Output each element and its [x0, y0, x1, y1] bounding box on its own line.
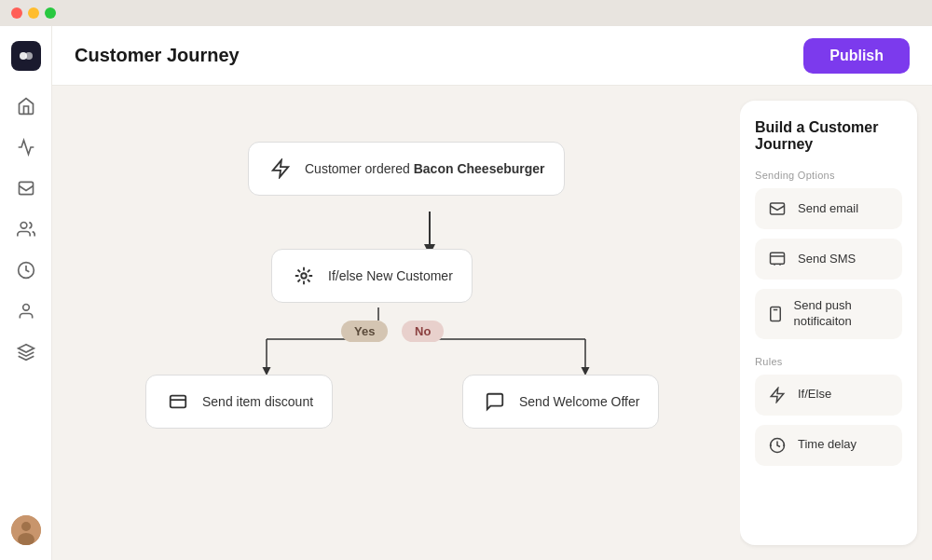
sidebar-item-home[interactable] — [9, 89, 43, 123]
sidebar-item-revenue[interactable] — [9, 253, 43, 287]
welcome-text: Send Welcome Offer — [519, 394, 639, 409]
if-else-label: If/Else — [798, 387, 831, 403]
app: Customer Journey Publish — [0, 26, 932, 560]
push-icon — [766, 303, 785, 325]
right-panel: Build a Customer Journey Sending Options… — [740, 101, 917, 545]
svg-marker-13 — [273, 160, 289, 177]
publish-button[interactable]: Publish — [803, 38, 910, 74]
svg-rect-18 — [771, 253, 785, 264]
svg-rect-17 — [771, 203, 785, 214]
minimize-dot[interactable] — [28, 7, 39, 19]
titlebar — [0, 0, 932, 26]
sidebar-item-analytics[interactable] — [9, 130, 43, 164]
svg-point-3 — [21, 223, 27, 229]
discount-node[interactable]: Send item discount — [145, 375, 333, 429]
svg-rect-15 — [171, 396, 186, 408]
yes-badge: Yes — [341, 321, 388, 342]
email-icon — [766, 198, 788, 220]
sidebar-item-audience[interactable] — [9, 294, 43, 328]
ifelse-node[interactable]: If/else New Customer — [271, 249, 473, 303]
send-email-label: Send email — [798, 201, 858, 217]
ifelse-text: If/else New Customer — [328, 268, 453, 283]
send-sms-label: Send SMS — [798, 252, 856, 267]
main-content: Customer ordered Bacon Cheeseburger If/e… — [52, 86, 932, 560]
svg-point-1 — [25, 52, 33, 60]
discount-text: Send item discount — [202, 394, 313, 409]
if-else-item[interactable]: If/Else — [755, 375, 902, 416]
time-delay-icon — [766, 434, 788, 457]
user-avatar[interactable] — [11, 515, 41, 545]
sidebar-item-contacts[interactable] — [9, 212, 43, 246]
page-title: Customer Journey — [75, 45, 803, 66]
welcome-node[interactable]: Send Welcome Offer — [462, 375, 659, 429]
sidebar-item-integrations[interactable] — [9, 335, 43, 369]
sending-options-label: Sending Options — [755, 170, 902, 181]
close-dot[interactable] — [11, 7, 22, 19]
trigger-icon — [267, 156, 294, 182]
welcome-icon — [482, 389, 508, 415]
time-delay-item[interactable]: Time delay — [755, 425, 902, 466]
maximize-dot[interactable] — [45, 7, 56, 19]
svg-point-27 — [21, 522, 31, 531]
panel-title: Build a Customer Journey — [755, 119, 902, 153]
ifelse-icon — [291, 263, 317, 289]
flow-canvas: Customer ordered Bacon Cheeseburger If/e… — [52, 86, 740, 560]
send-sms-item[interactable]: Send SMS — [755, 239, 902, 280]
svg-point-5 — [22, 305, 29, 311]
sms-icon — [766, 248, 788, 270]
rules-label: Rules — [755, 356, 902, 367]
sidebar-item-inbox[interactable] — [9, 171, 43, 205]
no-badge: No — [402, 321, 444, 342]
send-email-item[interactable]: Send email — [755, 188, 902, 229]
trigger-node[interactable]: Customer ordered Bacon Cheeseburger — [248, 142, 565, 196]
discount-icon — [165, 389, 191, 415]
ifelse-rule-icon — [766, 384, 788, 406]
app-logo — [11, 41, 41, 71]
svg-point-14 — [301, 273, 307, 279]
header: Customer Journey Publish — [52, 26, 932, 86]
sidebar — [0, 26, 52, 560]
time-delay-label: Time delay — [798, 437, 857, 453]
trigger-text: Customer ordered Bacon Cheeseburger — [305, 161, 545, 176]
send-push-label: Send push notificaiton — [794, 298, 891, 330]
svg-marker-22 — [771, 388, 784, 402]
send-push-item[interactable]: Send push notificaiton — [755, 289, 902, 339]
